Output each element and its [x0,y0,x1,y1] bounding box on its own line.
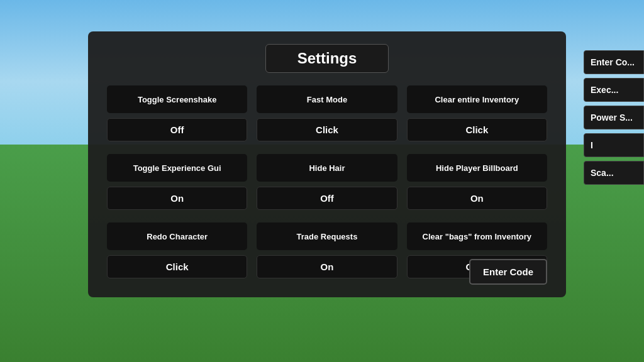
right-btn-sca[interactable]: Sca... [584,161,644,185]
setting-value-hide-player-billboard[interactable]: On [407,187,547,210]
setting-label-trade-requests: Trade Requests [257,222,397,250]
setting-item-hide-hair: Hide Hair Off [257,154,397,210]
right-btn-enter-code[interactable]: Enter Co... [584,50,644,74]
setting-label-fast-mode: Fast Mode [257,85,397,113]
right-panel: Enter Co... Exec... Power S... I Sca... [584,50,644,185]
setting-value-redo-character[interactable]: Click [107,255,247,278]
setting-item-redo-character: Redo Character Click [107,222,247,278]
setting-value-fast-mode[interactable]: Click [257,118,397,141]
setting-label-hide-hair: Hide Hair [257,154,397,182]
setting-value-hide-hair[interactable]: Off [257,187,397,210]
setting-item-toggle-screenshake: Toggle Screenshake Off [107,85,247,141]
settings-grid: Toggle Screenshake Off Fast Mode Click C… [107,85,547,278]
setting-label-clear-inventory: Clear entire Inventory [407,85,547,113]
setting-item-hide-player-billboard: Hide Player Billboard On [407,154,547,210]
setting-item-fast-mode: Fast Mode Click [257,85,397,141]
setting-label-hide-player-billboard: Hide Player Billboard [407,154,547,182]
setting-label-toggle-experience-gui: Toggle Experience Gui [107,154,247,182]
setting-value-toggle-experience-gui[interactable]: On [107,187,247,210]
settings-title: Settings [265,44,389,73]
settings-panel: Settings Toggle Screenshake Off Fast Mod… [88,31,566,297]
settings-title-bar: Settings [107,44,547,73]
right-btn-execute[interactable]: Exec... [584,78,644,102]
setting-item-toggle-experience-gui: Toggle Experience Gui On [107,154,247,210]
setting-item-clear-inventory: Clear entire Inventory Click [407,85,547,141]
setting-item-trade-requests: Trade Requests On [257,222,397,278]
setting-value-toggle-screenshake[interactable]: Off [107,118,247,141]
setting-label-redo-character: Redo Character [107,222,247,250]
setting-value-trade-requests[interactable]: On [257,255,397,278]
right-btn-power-s[interactable]: Power S... [584,106,644,129]
right-btn-i[interactable]: I [584,133,644,157]
setting-value-clear-inventory[interactable]: Click [407,118,547,141]
enter-code-button[interactable]: Enter Code [469,259,547,285]
setting-label-clear-bags-inventory: Clear "bags" from Inventory [407,222,547,250]
setting-label-toggle-screenshake: Toggle Screenshake [107,85,247,113]
